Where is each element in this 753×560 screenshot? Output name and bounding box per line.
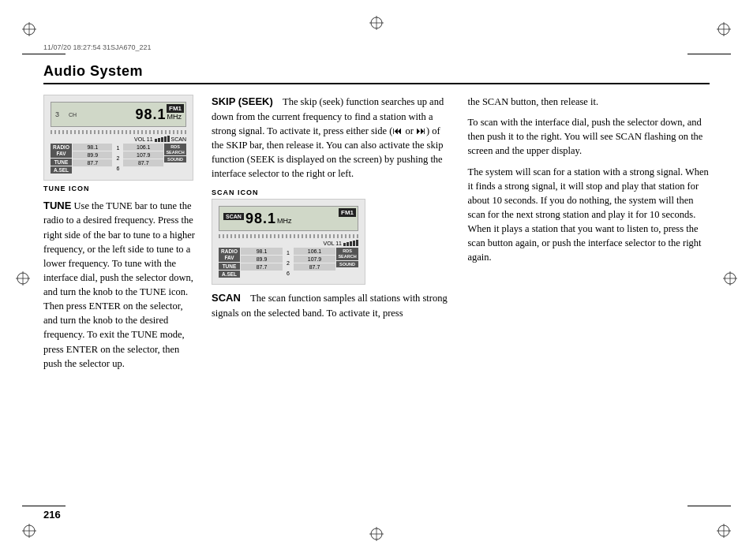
radio-col-v1: 98.1 89.9 87.7 [73, 144, 113, 174]
scan-radio-box: FM1 SCAN 98 . 1 MHz [212, 199, 365, 285]
v1-row3: 87.7 [73, 159, 113, 166]
vol-seg-1 [155, 139, 157, 142]
vol-bar [155, 136, 170, 142]
scan-label-radio-fav: RADIOFAV [219, 248, 240, 262]
v1-row1: 98.1 [73, 144, 113, 151]
hline-top-left [22, 54, 66, 54]
page-title: Audio System [43, 63, 710, 80]
scan-text-label: SCAN [212, 292, 241, 304]
scan-freq-main: 98 [245, 211, 263, 227]
skip-text-spacer [275, 96, 280, 107]
v2-row1: 106.1 [123, 144, 163, 151]
scan-vol-seg-2 [347, 242, 349, 246]
vol-seg-2 [158, 138, 160, 142]
scan-col-num-1: 1 [287, 250, 290, 256]
title-rule [43, 83, 710, 84]
scan-station-grid: RADIOFAV TUNE A.SEL 98.1 89.9 87.7 1 2 [219, 248, 358, 278]
scan-v1-row3: 87.7 [241, 263, 283, 271]
crosshair-left [16, 271, 30, 289]
radio-preset-row: 3 CH [55, 110, 77, 118]
scan-tune-bar [219, 234, 358, 238]
scan-tune-bar-area [219, 234, 358, 238]
radio-tune-bar-area [51, 130, 186, 134]
scan-badge: SCAN [223, 213, 244, 220]
hline-top-right [687, 54, 731, 54]
skip-text-block: SKIP (SEEK) The skip (seek) function sea… [212, 95, 454, 181]
radio-preset-ch: CH [69, 112, 77, 118]
vol-label: VOL 11 [134, 136, 152, 142]
scan-label-asel: A.SEL [219, 271, 240, 278]
page-title-area: Audio System [43, 63, 710, 84]
v2-row3: 87.7 [123, 159, 163, 166]
right-p2: To scan with the interface dial, push th… [468, 115, 710, 158]
scan-icon-label: SCAN ICON [212, 189, 454, 196]
radio-freq-unit: MHz [167, 113, 182, 121]
scan-vol-seg-3 [350, 241, 352, 246]
vol-seg-4 [164, 136, 167, 142]
scan-vol-row: VOL 11 [219, 240, 358, 246]
columns: FM1 3 CH 98 . 1 MHz [43, 95, 710, 497]
radio-tune-bar [51, 130, 186, 134]
label-radio-fav: RADIOFAV [51, 144, 72, 158]
scan-vol-seg-5 [356, 240, 358, 246]
radio-screen: FM1 3 CH 98 . 1 MHz [51, 102, 186, 127]
radio-freq-decimal: 1 [157, 106, 166, 123]
scan-radio-screen: FM1 SCAN 98 . 1 MHz [219, 206, 358, 231]
right-p1: the SCAN button, then release it. [468, 95, 710, 109]
scan-col-side: RDSSEARCH SOUND [336, 248, 358, 278]
hline-bot-left [22, 506, 66, 506]
scan-v2-row2: 107.9 [294, 256, 335, 263]
corner-mark-tr [717, 22, 731, 36]
scan-vol-bar [343, 240, 358, 246]
scan-col-v1: 98.1 89.9 87.7 [241, 248, 283, 278]
corner-mark-tl [22, 22, 36, 36]
radio-band-badge: FM1 [167, 104, 184, 113]
scan-col-labels: RADIOFAV TUNE A.SEL [219, 248, 240, 278]
radio-preset-num: 3 [55, 110, 66, 118]
page-number: 216 [43, 509, 61, 521]
scan-area: SCAN ICON FM1 SCAN 98 . 1 MHz [212, 189, 454, 285]
tune-text-block: TUNE Use the TUNE bar to tune the radio … [43, 199, 197, 371]
tune-text-label: TUNE [43, 200, 71, 211]
scan-col-num-3: 6 [287, 271, 290, 276]
side-label-sound: SOUND [164, 156, 186, 162]
tune-text-body: Use the TUNE bar to tune the radio to a … [43, 200, 195, 369]
scan-freq-unit: MHz [277, 217, 292, 225]
col-num-3: 6 [117, 166, 120, 171]
scan-v2-row3: 87.7 [294, 263, 335, 271]
scan-freq-display: 98 . 1 MHz [245, 211, 292, 227]
scan-vol-seg-1 [343, 243, 346, 246]
side-label-rdssearch: RDSSEARCH [164, 144, 186, 155]
scan-freq-decimal: 1 [268, 211, 276, 227]
scan-v1-row2: 89.9 [241, 256, 283, 263]
radio-freq-main: 98 [135, 106, 152, 123]
tune-radio-box: FM1 3 CH 98 . 1 MHz [43, 95, 193, 181]
scan-col-num-2: 2 [287, 260, 290, 266]
scan-side-rdssearch: RDSSEARCH [336, 248, 358, 259]
col-num-2: 2 [117, 155, 120, 161]
scan-label-display: SCAN [171, 136, 186, 142]
col-mid: SKIP (SEEK) The skip (seek) function sea… [212, 95, 454, 497]
radio-col-labels: RADIOFAV TUNE A.SEL [51, 144, 72, 174]
radio-col-side: RDSSEARCH SOUND [164, 144, 186, 174]
label-asel: A.SEL [51, 166, 72, 174]
vol-seg-5 [167, 136, 170, 142]
col-left: FM1 3 CH 98 . 1 MHz [43, 95, 197, 497]
main-content: FM1 3 CH 98 . 1 MHz [43, 95, 710, 497]
scan-col-nums: 1 2 6 [283, 248, 293, 278]
crosshair-right [723, 271, 737, 289]
radio-col-nums: 1 2 6 [113, 144, 122, 174]
scan-text-block: SCAN The scan function samples all stati… [212, 291, 454, 320]
scan-label-tune: TUNE [219, 263, 240, 270]
skip-text-body: The skip (seek) function searches up and… [212, 96, 444, 179]
radio-col-v2: 106.1 107.9 87.7 [123, 144, 163, 174]
tune-icon-label: TUNE ICON [43, 185, 197, 192]
col-num-1: 1 [117, 145, 120, 151]
right-p3: The system will scan for a station with … [468, 165, 710, 265]
hline-bot-right [687, 506, 731, 506]
header-meta: 11/07/20 18:27:54 31SJA670_221 [43, 43, 152, 51]
corner-mark-br [717, 524, 731, 538]
scan-vol-seg-4 [353, 241, 355, 246]
crosshair-bottom [369, 527, 384, 544]
crosshair-top [369, 16, 384, 33]
